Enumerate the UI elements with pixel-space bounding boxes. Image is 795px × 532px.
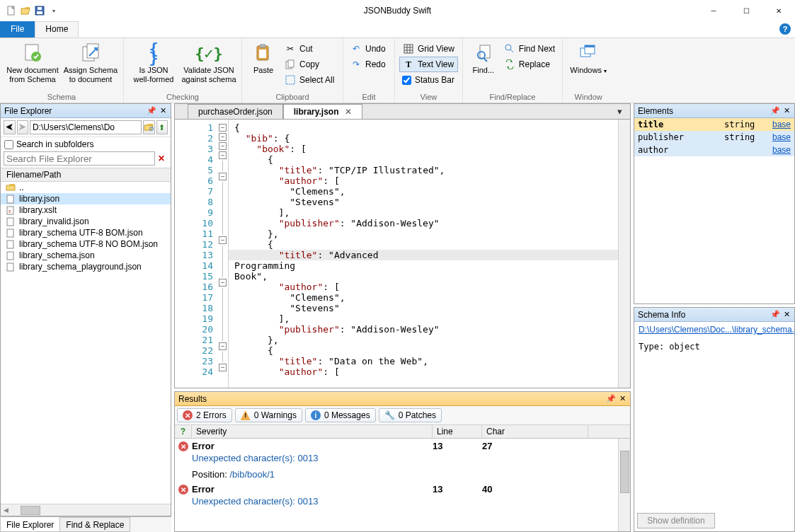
fold-toggle[interactable]: −	[219, 133, 227, 141]
editor-vscroll[interactable]	[618, 120, 630, 388]
close-icon[interactable]: ✕	[781, 105, 792, 117]
file-item[interactable]: library.json	[1, 193, 171, 204]
fold-toggle[interactable]: −	[219, 173, 227, 180]
fold-toggle[interactable]: −	[219, 364, 227, 371]
svg-rect-14	[404, 45, 413, 53]
text-view-button[interactable]: TText View	[399, 57, 458, 72]
minimize-button[interactable]: ─	[697, 0, 730, 21]
element-row[interactable]: authorbase	[634, 144, 794, 156]
file-item[interactable]: xlibrary.xslt	[1, 204, 171, 216]
patches-filter-button[interactable]: 🔧0 Patches	[379, 408, 442, 422]
base-link[interactable]: base	[772, 120, 791, 129]
errors-filter-button[interactable]: ✕2 Errors	[177, 408, 232, 422]
save-icon[interactable]	[34, 5, 45, 16]
close-icon[interactable]: ✕	[617, 393, 628, 405]
folder-up[interactable]: ..	[1, 182, 171, 193]
replace-button[interactable]: Replace	[501, 57, 558, 72]
close-icon[interactable]: ✕	[157, 105, 168, 117]
col-line[interactable]: Line	[433, 425, 482, 438]
h-scrollbar[interactable]: ◀	[1, 504, 171, 516]
col-severity[interactable]: Severity	[192, 425, 433, 438]
new-document-from-schema-button[interactable]: New document from Schema	[4, 40, 61, 84]
code-editor[interactable]: 123456789101112131415161718192021222324 …	[174, 119, 631, 388]
pin-icon[interactable]: 📌	[770, 309, 781, 320]
col-char[interactable]: Char	[482, 425, 588, 438]
paste-button[interactable]: Paste	[246, 40, 280, 75]
close-button[interactable]: ✕	[762, 0, 795, 21]
results-columns: ? Severity Line Char	[175, 425, 630, 439]
file-item[interactable]: library_schema UTF-8 BOM.json	[1, 227, 171, 238]
new-file-icon[interactable]	[6, 5, 17, 16]
code-content[interactable]: { "bib": { "book": [ { "title": "TCP/IP …	[229, 120, 618, 388]
base-link[interactable]: base	[772, 132, 791, 142]
search-input[interactable]	[4, 151, 155, 166]
nav-back-button[interactable]: ⮜	[4, 120, 16, 134]
nav-up-button[interactable]: ⬆	[156, 120, 168, 134]
status-bar-checkbox[interactable]: Status Bar	[399, 72, 458, 88]
fold-toggle[interactable]: −	[219, 342, 227, 350]
qat-dropdown-icon[interactable]: ▾	[48, 5, 59, 16]
doc-tab-library[interactable]: library.json✕	[283, 104, 362, 120]
results-panel: Results 📌 ✕ ✕2 Errors !0 Warnings i0 Mes…	[174, 391, 631, 532]
schema-info-header: Schema Info 📌 ✕	[634, 308, 794, 322]
label: Validate JSON against schema	[181, 66, 236, 84]
warnings-filter-button[interactable]: !0 Warnings	[235, 408, 302, 422]
tab-find-replace[interactable]: Find & Replace	[59, 517, 130, 532]
messages-filter-button[interactable]: i0 Messages	[305, 408, 376, 422]
fold-toggle[interactable]: −	[219, 124, 227, 132]
results-vscroll[interactable]	[618, 439, 630, 531]
tab-home[interactable]: Home	[35, 21, 79, 37]
file-item[interactable]: library_schema_playground.json	[1, 261, 171, 272]
fold-toggle[interactable]: −	[219, 236, 227, 244]
svg-text:x: x	[8, 209, 11, 214]
is-json-wellformed-button[interactable]: { } Is JSON well-formed	[128, 40, 179, 84]
select-all-button[interactable]: Select All	[282, 72, 338, 88]
search-subfolders-checkbox[interactable]	[4, 140, 13, 149]
tab-overflow-button[interactable]: ▾	[617, 106, 627, 116]
windows-button[interactable]: Windows ▾	[567, 40, 610, 76]
show-definition-button[interactable]: Show definition	[637, 513, 715, 528]
grid-view-button[interactable]: Grid View	[399, 41, 458, 57]
redo-button[interactable]: ↷Redo	[348, 57, 390, 72]
open-folder-icon[interactable]	[20, 5, 31, 16]
close-icon[interactable]: ✕	[781, 309, 792, 320]
fold-toggle[interactable]: −	[219, 142, 227, 150]
file-list-header[interactable]: Filename/Path	[1, 168, 171, 182]
cut-button[interactable]: ✂Cut	[282, 41, 338, 57]
tab-file[interactable]: File	[0, 21, 35, 37]
close-tab-icon[interactable]: ✕	[345, 107, 352, 117]
element-row[interactable]: publisherstringbase	[634, 131, 794, 144]
file-item[interactable]: library_schema.json	[1, 250, 171, 261]
element-row[interactable]: titlestringbase	[634, 118, 794, 131]
find-button[interactable]: Find...	[467, 40, 500, 75]
doc-tab-purchaseorder[interactable]: purchaseOrder.json	[188, 104, 283, 120]
help-icon[interactable]: ?	[779, 23, 791, 35]
result-row[interactable]: ✕ Error Unexpected character(s): 0013 Po…	[175, 439, 630, 482]
copy-button[interactable]: Copy	[282, 57, 338, 72]
fold-toggle[interactable]: −	[219, 151, 227, 159]
assign-schema-button[interactable]: Assign Schema to document	[62, 40, 119, 84]
pin-icon[interactable]: 📌	[146, 105, 157, 117]
maximize-button[interactable]: ☐	[730, 0, 762, 21]
browse-button[interactable]	[143, 120, 155, 134]
group-schema-label: Schema	[4, 92, 119, 103]
col-q[interactable]: ?	[175, 425, 192, 438]
path-input[interactable]	[30, 120, 142, 134]
validate-json-button[interactable]: {✓} Validate JSON against schema	[181, 40, 237, 84]
nav-fwd-button[interactable]: ⮞	[17, 120, 29, 134]
file-item[interactable]: library_schema UTF-8 NO BOM.json	[1, 238, 171, 250]
undo-button[interactable]: ↶Undo	[348, 41, 390, 57]
file-item[interactable]: library_invalid.json	[1, 216, 171, 227]
line-numbers: 123456789101112131415161718192021222324	[175, 120, 217, 388]
schema-path-link[interactable]: D:\Users\Clemens\Doc...\library_schema.j…	[639, 325, 795, 335]
fold-toggle[interactable]: −	[219, 279, 227, 287]
result-row[interactable]: ✕ Error Unexpected character(s): 0013 13…	[175, 482, 630, 509]
pin-icon[interactable]: 📌	[605, 393, 617, 405]
clear-search-button[interactable]: ✕	[155, 151, 168, 166]
find-next-button[interactable]: Find Next	[501, 41, 558, 57]
pin-icon[interactable]: 📌	[770, 105, 781, 117]
base-link[interactable]: base	[772, 145, 791, 155]
file-icon: x	[5, 205, 16, 215]
tab-file-explorer[interactable]: File Explorer	[0, 517, 60, 532]
svg-rect-2	[37, 11, 42, 14]
